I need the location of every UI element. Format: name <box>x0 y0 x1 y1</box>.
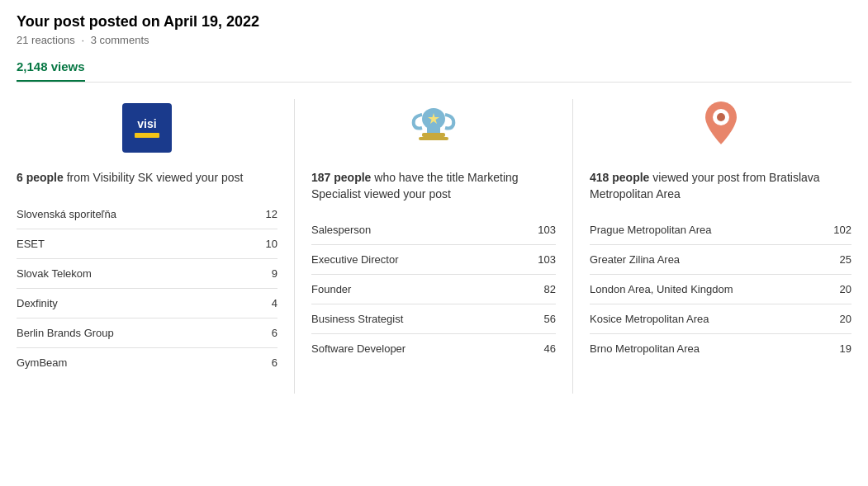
company-name: Slovak Telekom <box>17 267 92 280</box>
post-title: Your post posted on April 19, 2022 <box>17 13 851 31</box>
list-item: GymBeam 6 <box>17 347 277 377</box>
title-name: Salesperson <box>311 224 371 236</box>
list-item: Software Developer 46 <box>311 333 556 363</box>
companies-column: visi 6 people from Visibility SK viewed … <box>17 99 295 394</box>
company-count: 6 <box>272 356 277 369</box>
titles-list: Salesperson 103 Executive Director 103 F… <box>311 215 556 363</box>
locations-icon-container <box>590 99 851 157</box>
visi-text: visi <box>137 118 156 130</box>
svg-rect-1 <box>427 128 440 133</box>
company-count: 4 <box>272 297 277 309</box>
list-item: Berlin Brands Group 6 <box>17 318 277 347</box>
list-item: Slovak Telekom 9 <box>17 258 277 288</box>
titles-icon-container <box>311 99 556 157</box>
visi-logo-icon: visi <box>122 103 172 153</box>
companies-icon-container: visi <box>17 99 277 157</box>
location-count: 20 <box>840 283 851 295</box>
locations-list: Prague Metropolitan Area 102 Greater Zil… <box>590 215 851 363</box>
company-name: ESET <box>17 238 45 250</box>
title-count: 103 <box>538 253 556 266</box>
titles-description: 187 people who have the title Marketing … <box>311 170 556 202</box>
trophy-icon <box>409 101 458 154</box>
title-name: Executive Director <box>311 253 398 266</box>
location-name: London Area, United Kingdom <box>590 283 733 295</box>
page-header: Your post posted on April 19, 2022 21 re… <box>17 13 851 46</box>
list-item: London Area, United Kingdom 20 <box>590 274 851 304</box>
location-name: Greater Zilina Area <box>590 253 680 266</box>
svg-point-6 <box>717 113 725 121</box>
company-name: Dexfinity <box>17 297 58 309</box>
locations-description: 418 people viewed your post from Bratisl… <box>590 170 851 202</box>
company-count: 10 <box>266 238 277 250</box>
company-count: 9 <box>272 267 277 280</box>
location-count: 25 <box>840 253 851 266</box>
company-count: 12 <box>266 208 277 220</box>
location-pin-icon <box>698 100 744 156</box>
visi-bar <box>135 133 159 138</box>
list-item: Salesperson 103 <box>311 215 556 244</box>
list-item: Kosice Metropolitan Area 20 <box>590 304 851 333</box>
views-tab[interactable]: 2,148 views <box>17 59 85 82</box>
location-count: 19 <box>840 342 851 355</box>
companies-list: Slovenská sporiteľňa 12 ESET 10 Slovak T… <box>17 200 277 377</box>
list-item: Slovenská sporiteľňa 12 <box>17 200 277 229</box>
title-count: 103 <box>538 224 556 236</box>
reactions-count: 21 reactions <box>17 34 75 46</box>
list-item: Business Strategist 56 <box>311 304 556 333</box>
list-item: Executive Director 103 <box>311 244 556 274</box>
location-name: Prague Metropolitan Area <box>590 224 711 236</box>
title-count: 56 <box>544 313 556 325</box>
separator: · <box>81 34 84 46</box>
title-count: 46 <box>544 342 556 355</box>
comments-count: 3 comments <box>91 34 149 46</box>
stats-grid: visi 6 people from Visibility SK viewed … <box>17 99 851 394</box>
svg-rect-3 <box>419 137 448 140</box>
title-count: 82 <box>544 283 556 295</box>
title-name: Founder <box>311 283 351 295</box>
company-name: Berlin Brands Group <box>17 327 114 339</box>
views-tab-container: 2,148 views <box>17 59 851 83</box>
location-name: Kosice Metropolitan Area <box>590 313 709 325</box>
company-name: GymBeam <box>17 356 67 369</box>
location-count: 20 <box>840 313 851 325</box>
companies-description: 6 people from Visibility SK viewed your … <box>17 170 277 186</box>
list-item: ESET 10 <box>17 229 277 258</box>
titles-column: 187 people who have the title Marketing … <box>295 99 573 394</box>
post-meta: 21 reactions · 3 comments <box>17 34 851 46</box>
list-item: Founder 82 <box>311 274 556 304</box>
list-item: Greater Zilina Area 25 <box>590 244 851 274</box>
company-name: Slovenská sporiteľňa <box>17 208 116 220</box>
location-name: Brno Metropolitan Area <box>590 342 700 355</box>
title-name: Business Strategist <box>311 313 403 325</box>
title-name: Software Developer <box>311 342 406 355</box>
company-count: 6 <box>272 327 277 339</box>
locations-column: 418 people viewed your post from Bratisl… <box>573 99 851 394</box>
location-count: 102 <box>833 224 851 236</box>
list-item: Prague Metropolitan Area 102 <box>590 215 851 244</box>
list-item: Dexfinity 4 <box>17 288 277 318</box>
list-item: Brno Metropolitan Area 19 <box>590 333 851 363</box>
svg-rect-2 <box>422 133 445 137</box>
